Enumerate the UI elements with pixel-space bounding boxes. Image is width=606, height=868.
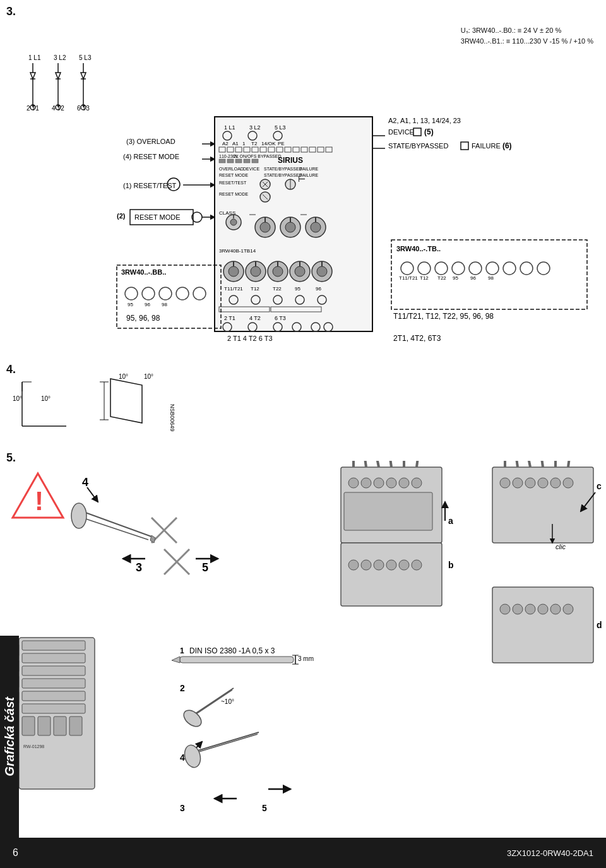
3mm-label: 3 mm	[298, 655, 314, 662]
svg-point-108	[401, 262, 413, 275]
5l3-label: 5 L3	[79, 54, 92, 61]
svg-point-178	[348, 560, 359, 570]
svg-rect-146	[22, 691, 85, 701]
svg-marker-1	[30, 73, 35, 79]
svg-point-203	[538, 604, 548, 614]
bb-96: 96	[145, 302, 150, 307]
bottom-bar: 6 3ZX1012-0RW40-2DA1	[0, 838, 606, 868]
svg-point-62	[285, 222, 295, 232]
svg-point-169	[361, 478, 371, 488]
svg-marker-5	[56, 73, 61, 79]
svg-point-194	[538, 478, 548, 488]
svg-point-114	[503, 262, 516, 275]
svg-line-165	[390, 461, 391, 467]
svg-point-170	[374, 478, 384, 488]
svg-point-201	[513, 604, 523, 614]
device-14ok: 14/OK	[261, 141, 276, 146]
tb-98: 98	[488, 275, 494, 281]
din-iso-text: DIN ISO 2380 -1A 0,5 x 3	[189, 646, 275, 655]
tb-t11t21: T11/T21	[399, 275, 418, 281]
svg-point-65	[311, 222, 321, 232]
95-96-98-left: 95, 96, 98	[126, 314, 160, 323]
svg-rect-43	[219, 159, 225, 163]
state-bypassed-small: STATE/BYPASSED	[264, 167, 302, 171]
bb-98: 98	[162, 302, 167, 307]
num5-bottom: 5	[262, 803, 267, 813]
svg-point-168	[348, 478, 359, 488]
svg-point-111	[452, 262, 465, 275]
num2-label: 2	[180, 683, 185, 693]
1l1-label: 1 L1	[28, 54, 41, 61]
svg-point-70	[229, 266, 239, 276]
svg-point-183	[412, 560, 422, 570]
svg-point-79	[295, 266, 305, 276]
3rw40-tb-label: 3RW40..-.TB..	[396, 245, 441, 253]
svg-line-167	[417, 461, 418, 467]
svg-point-115	[520, 262, 533, 275]
device-1l1: 1 L1	[224, 124, 235, 131]
svg-marker-121	[110, 379, 142, 423]
3l2-label: 3 L2	[54, 54, 66, 61]
2t1-4t2-6t3-right: 2T1, 4T2, 6T3	[393, 334, 441, 343]
svg-rect-46	[244, 159, 250, 163]
3rw40-bb-label: 3RW40..-.BB..	[121, 268, 166, 276]
sidebar-label-text: Grafická část	[3, 697, 17, 776]
svg-rect-177	[341, 543, 442, 606]
svg-point-103	[142, 287, 155, 300]
svg-marker-153	[172, 657, 180, 663]
4t2-device: 4 T2	[249, 315, 261, 321]
tb-t22: T22	[437, 275, 446, 281]
deg10-1: 10°	[13, 395, 22, 402]
rw-label: RW-01298	[23, 744, 44, 749]
6t3-device: 6 T3	[275, 315, 286, 321]
svg-point-173	[412, 478, 422, 488]
svg-point-116	[537, 262, 550, 275]
t12: T12	[251, 286, 259, 292]
device-1: 1	[242, 141, 246, 146]
svg-line-188	[542, 461, 543, 467]
svg-point-200	[500, 604, 510, 614]
din-iso-label: 1	[180, 646, 184, 655]
svg-rect-98	[461, 142, 468, 150]
d-label: d	[597, 620, 602, 630]
svg-point-59	[260, 222, 270, 232]
svg-point-106	[193, 287, 206, 300]
svg-point-193	[525, 478, 535, 488]
svg-point-102	[125, 287, 138, 300]
sirius-label: SIRIUS	[278, 156, 303, 165]
svg-marker-9	[81, 73, 86, 79]
diagram-section5: ! 4 3 5	[0, 461, 606, 827]
svg-rect-150	[54, 716, 66, 735]
warning-exclaim: !	[35, 486, 44, 516]
svg-point-202	[525, 604, 535, 614]
t11-t21-label-full: T11/T21, T12, T22, 95, 96, 98	[393, 312, 494, 321]
a2-a1-label: A2, A1, 1, 13, 14/24, 23	[388, 117, 461, 124]
device-3l2: 3 L2	[249, 124, 261, 131]
num5-top: 5	[202, 561, 208, 574]
svg-point-182	[399, 560, 409, 570]
state-bypassed-right: STATE/BYPASSED	[388, 142, 448, 150]
svg-point-56	[230, 219, 237, 225]
svg-point-73	[251, 266, 261, 276]
state-bypassed2: STATE/BYPASSED	[264, 173, 302, 177]
svg-point-196	[563, 478, 573, 488]
num3-bottom: 3	[180, 803, 185, 813]
svg-rect-147	[22, 704, 85, 713]
diagram4-svg: 10° 10° 10° 10° NSB00649	[6, 366, 259, 442]
svg-point-76	[273, 266, 283, 276]
svg-line-131	[82, 511, 152, 537]
t22: T22	[273, 286, 282, 292]
svg-rect-174	[344, 492, 432, 530]
svg-rect-144	[22, 666, 85, 675]
svg-rect-151	[69, 716, 82, 735]
page-wrapper: 3. Uₛ: 3RW40..-.B0.: ≡ 24 V ± 20 % 3RW40…	[0, 0, 606, 868]
svg-point-104	[159, 287, 172, 300]
reset-mode-2-label: (2)	[117, 212, 126, 220]
svg-point-204	[550, 604, 561, 614]
svg-point-191	[500, 478, 510, 488]
svg-line-187	[528, 461, 530, 467]
tb-t12: T12	[420, 275, 429, 281]
svg-rect-148	[22, 716, 35, 735]
overload-label: (3) OVERLOAD	[126, 138, 175, 145]
svg-point-110	[435, 262, 448, 275]
